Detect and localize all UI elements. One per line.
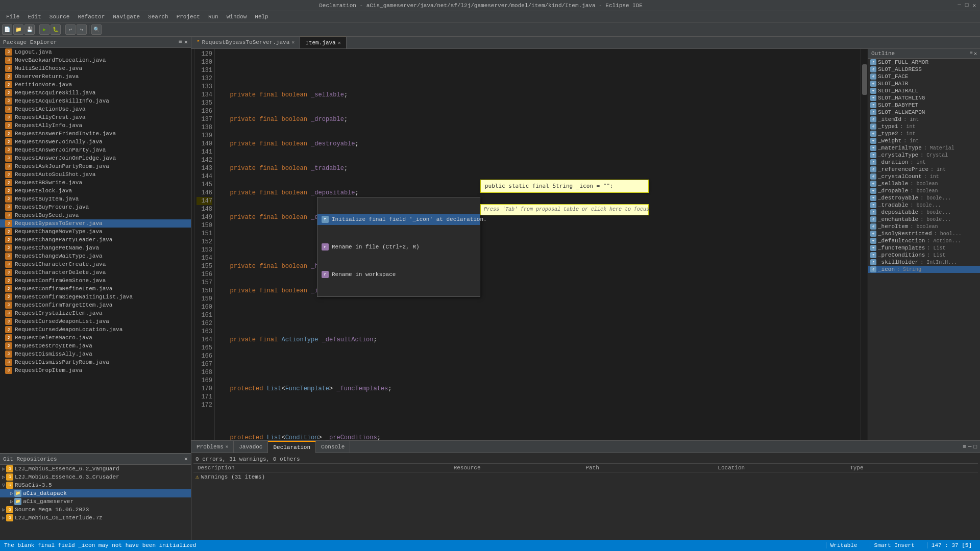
tab-close-btn[interactable]: ✕	[291, 39, 295, 45]
new-btn[interactable]: 📄	[2, 24, 12, 35]
pe-item-reqchangemove[interactable]: J RequestChangeMoveType.java	[0, 228, 191, 236]
pe-close-btn[interactable]: ✕	[184, 38, 188, 46]
git-item-mobius63[interactable]: ▷ G L2J_Mobius_Essence_6.3_Crusader	[0, 473, 191, 481]
outline-close-btn[interactable]: ✕	[974, 51, 977, 57]
scrollbar-thumb[interactable]	[862, 64, 867, 95]
menu-refactor[interactable]: Refactor	[74, 13, 109, 21]
outline-crystaltype[interactable]: f _crystalType : Crystal	[868, 152, 980, 159]
tab-declaration[interactable]: Declaration	[268, 441, 316, 453]
tab-item[interactable]: Item.java ✕	[300, 37, 346, 48]
outline-slot-face[interactable]: f SLOT_FACE	[868, 73, 980, 80]
outline-referenceprice[interactable]: f _referencePrice : int	[868, 166, 980, 173]
pe-item-reqautosoulshot[interactable]: J RequestAutoSoulShot.java	[0, 170, 191, 179]
autocomplete-popup[interactable]: f Initialize final field '_icon' at decl…	[317, 197, 480, 297]
tab-javadoc[interactable]: Javadoc	[234, 441, 268, 453]
pe-item-reqcursedweaponlist[interactable]: J RequestCursedWeaponList.java	[0, 317, 191, 325]
minimize-btn[interactable]: ─	[968, 444, 972, 450]
outline-slot-allweapon[interactable]: f SLOT_ALLWEAPON	[868, 109, 980, 116]
search-btn[interactable]: 🔍	[91, 24, 102, 35]
git-item-rusacis[interactable]: ▽ G RUSaCis-3.5	[0, 481, 191, 489]
undo-btn[interactable]: ↩	[65, 24, 76, 35]
menu-window[interactable]: Window	[223, 13, 251, 21]
save-btn[interactable]: 💾	[24, 24, 35, 35]
outline-functemplates[interactable]: f _funcTemplates : List	[868, 244, 980, 252]
pe-item-reqblock[interactable]: J RequestBlock.java	[0, 187, 191, 195]
pe-item-reqchangewait[interactable]: J RequestChangeWaitType.java	[0, 252, 191, 260]
pe-item-reqaskjoin[interactable]: J RequestAskJoinPartyRoom.java	[0, 162, 191, 170]
outline-defaultaction[interactable]: f _defaultAction : Action...	[868, 237, 980, 244]
maximize-btn[interactable]: □	[965, 2, 969, 9]
minimize-btn[interactable]: ─	[958, 2, 961, 9]
pe-item-reqanswerally[interactable]: J RequestAnswerJoinAlly.java	[0, 138, 191, 146]
outline-slot-hair[interactable]: f SLOT_HAIR	[868, 80, 980, 87]
tab-problems[interactable]: Problems ✕	[191, 441, 234, 453]
pe-item-reqacquireskill[interactable]: J RequestAcquireSkill.java	[0, 89, 191, 97]
pe-item-reqchangepetname[interactable]: J RequestChangePetName.java	[0, 244, 191, 252]
git-item-l2jmobius[interactable]: ▷ G L2J_Mobius_C6_Interlude.7z	[0, 514, 191, 522]
pe-item-reqconfirmsiege[interactable]: J RequestConfirmSiegeWaitingList.java	[0, 293, 191, 301]
menu-search[interactable]: Search	[144, 13, 173, 21]
git-close-btn[interactable]: ✕	[184, 455, 188, 463]
outline-tradable[interactable]: f _tradable : boole...	[868, 202, 980, 209]
menu-project[interactable]: Project	[173, 13, 204, 21]
pe-item-reqchangeparty[interactable]: J RequestChangePartyLeader.java	[0, 236, 191, 244]
problems-close-btn[interactable]: ✕	[226, 444, 228, 449]
outline-slot-babypet[interactable]: f SLOT_BABYPET	[868, 102, 980, 109]
pe-item-reqacquireskillinfo[interactable]: J RequestAcquireSkillInfo.java	[0, 97, 191, 105]
pe-item-reqbuyitem[interactable]: J RequestBuyItem.java	[0, 195, 191, 203]
close-btn[interactable]: ✕	[972, 2, 976, 9]
outline-depositable[interactable]: f _depositable : boole...	[868, 209, 980, 216]
git-item-sourcemega[interactable]: ▷ G Source Mega 16.06.2023	[0, 506, 191, 514]
pe-item-reqdeletemacro[interactable]: J RequestDeleteMacro.java	[0, 334, 191, 342]
pe-collapse-btn[interactable]: ≡	[179, 38, 182, 46]
outline-type2[interactable]: f _type2 : int	[868, 130, 980, 137]
menu-source[interactable]: Source	[45, 13, 74, 21]
pe-item-reqdropitem[interactable]: J RequestDropItem.java	[0, 366, 191, 374]
pe-item-reqdestroyitem[interactable]: J RequestDestroyItem.java	[0, 342, 191, 350]
pe-item-reqactionuse[interactable]: J RequestActionUse.java	[0, 105, 191, 113]
outline-destroyable[interactable]: f _destroyable : boole...	[868, 194, 980, 202]
outline-icon[interactable]: f _icon : String	[868, 266, 980, 273]
outline-heroitem[interactable]: f _heroItem : boolean	[868, 223, 980, 230]
outline-skillholder[interactable]: f _skillHolder : IntIntH...	[868, 259, 980, 266]
tab-requestbypass[interactable]: * RequestBypassToServer.java ✕	[191, 37, 300, 48]
pe-item-reqbypass[interactable]: J RequestBypassToServer.java	[0, 219, 191, 228]
pe-item-reqdismissparty[interactable]: J RequestDismissPartyRoom.java	[0, 358, 191, 366]
outline-slot-full-armor[interactable]: f SLOT_FULL_ARMOR	[868, 59, 980, 66]
pe-item-reqbuyseed[interactable]: J RequestBuySeed.java	[0, 211, 191, 219]
pe-item-reqanswerpledge[interactable]: J RequestAnswerJoinOnPledge.java	[0, 154, 191, 162]
run-btn[interactable]: ▶	[39, 24, 50, 35]
outline-type1[interactable]: f _type1 : int	[868, 123, 980, 130]
outline-dropable[interactable]: f _dropable : boolean	[868, 187, 980, 194]
pe-item-observer[interactable]: J ObserverReturn.java	[0, 72, 191, 81]
tab-close-btn[interactable]: ✕	[338, 40, 341, 46]
outline-sellable[interactable]: f _sellable : boolean	[868, 180, 980, 187]
expand-btn[interactable]: □	[973, 444, 977, 450]
pe-item-reqchardelete[interactable]: J RequestCharacterDelete.java	[0, 268, 191, 277]
pe-item-reqallycrest[interactable]: J RequestAllyCrest.java	[0, 113, 191, 121]
code-content[interactable]: private final boolean _sellable; private…	[215, 49, 861, 440]
pe-item-reqdismissally[interactable]: J RequestDismissAlly.java	[0, 350, 191, 358]
menu-run[interactable]: Run	[204, 13, 223, 21]
outline-preconditions[interactable]: f _preConditions : List	[868, 252, 980, 259]
warnings-group-row[interactable]: ⚠ Warnings (31 items)	[193, 472, 978, 481]
pe-item-reqcrystalize[interactable]: J RequestCrystalizeItem.java	[0, 309, 191, 317]
pe-item-reqanswerfriend[interactable]: J RequestAnswerFriendInvite.java	[0, 130, 191, 138]
git-item-mobius62[interactable]: ▷ G L2J_Mobius_Essence_6.2_Vanguard	[0, 465, 191, 473]
filter-btn[interactable]: ≡	[963, 444, 966, 450]
pe-item-petition[interactable]: J PetitionVote.java	[0, 81, 191, 89]
pe-item-reqconfirmrefine[interactable]: J RequestConfirmRefineItem.java	[0, 285, 191, 293]
git-item-datapack[interactable]: ▷ 📁 aCis_datapack	[0, 489, 191, 497]
outline-slot-hairall[interactable]: f SLOT_HAIRALL	[868, 87, 980, 94]
outline-materialtype[interactable]: f _materialType : Material	[868, 144, 980, 152]
pe-item-reqcharcreate[interactable]: J RequestCharacterCreate.java	[0, 260, 191, 268]
ac-item-rename-file[interactable]: r Rename in file (Ctrl+2, R)	[317, 241, 480, 253]
outline-isolyrestricted[interactable]: f _isolyRestricted : bool...	[868, 230, 980, 237]
editor-scrollbar[interactable]	[861, 49, 868, 440]
pe-item-reqbbswrite[interactable]: J RequestBBSwrite.java	[0, 179, 191, 187]
pe-item-reqallyinfo[interactable]: J RequestAllyInfo.java	[0, 121, 191, 130]
menu-file[interactable]: File	[2, 13, 23, 21]
git-item-gameserver[interactable]: ▷ 📁 aCis_gameserver	[0, 497, 191, 506]
outline-crystalcount[interactable]: f _crystalCount : int	[868, 173, 980, 180]
pe-item-reqcursedweaploc[interactable]: J RequestCursedWeaponLocation.java	[0, 325, 191, 334]
